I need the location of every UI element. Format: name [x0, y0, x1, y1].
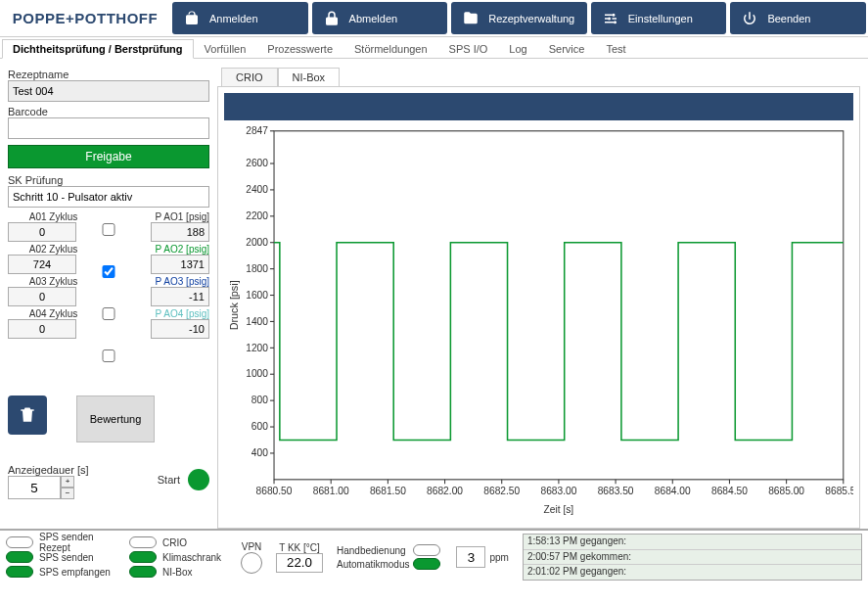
anzeigedauer-label: Anzeigedauer [s]: [8, 464, 89, 476]
svg-text:8681.50: 8681.50: [370, 485, 406, 496]
svg-text:8684.50: 8684.50: [711, 485, 748, 496]
tab-stoermeldungen[interactable]: Störmeldungen: [343, 39, 438, 58]
tab-sps-io[interactable]: SPS I/O: [438, 39, 499, 58]
automatik-led: [413, 558, 440, 570]
logo: POPPE+POTTHOFF: [0, 0, 170, 36]
cycle-label: A04 Zyklus: [8, 308, 99, 319]
recipe-name-input[interactable]: [8, 80, 209, 102]
log-entry: 1:58:13 PM gegangen:: [524, 535, 861, 550]
pao-value-3[interactable]: [151, 287, 209, 306]
anzeigedauer-up[interactable]: +: [61, 476, 74, 488]
status-led: [129, 566, 157, 578]
status-led-label: SPS senden: [39, 552, 127, 563]
main-tabs: Dichtheitsprüfung / Berstprüfung Vorfüll…: [0, 37, 868, 59]
svg-text:Zeit [s]: Zeit [s]: [544, 503, 574, 515]
tkk-label: T KK [°C]: [279, 542, 320, 553]
channel-check-3[interactable]: [99, 307, 118, 320]
freigabe-button[interactable]: Freigabe: [8, 145, 209, 168]
cycle-label: A03 Zyklus: [8, 276, 99, 287]
svg-text:1400: 1400: [246, 314, 268, 326]
ppm-unit: ppm: [489, 552, 508, 563]
svg-text:8685.00: 8685.00: [768, 485, 804, 496]
svg-text:8683.00: 8683.00: [540, 485, 576, 496]
status-led-label: SPS senden Rezept: [39, 532, 127, 553]
barcode-input[interactable]: [8, 117, 209, 139]
status-led-label: Klimaschrank: [162, 552, 231, 563]
handbedienung-label: Handbedienung: [337, 545, 409, 556]
log-entry: 2:00:57 PM gekommen:: [524, 550, 861, 566]
start-button[interactable]: [188, 469, 209, 490]
pressure-chart: 4006008001000120014001600180020002200240…: [224, 120, 853, 522]
svg-text:800: 800: [251, 394, 268, 405]
content-area: CRIO NI-Box 4006008001000120014001600180…: [217, 59, 868, 529]
sk-label: SK Prüfung: [8, 174, 209, 186]
status-led: [6, 566, 33, 578]
chart-title-bar: [224, 93, 853, 120]
subtab-crio[interactable]: CRIO: [221, 68, 278, 86]
exit-button[interactable]: Beenden: [730, 2, 866, 34]
event-log: 1:58:13 PM gegangen: 2:00:57 PM gekommen…: [523, 534, 862, 581]
cycle-value-1[interactable]: [8, 222, 76, 242]
cycle-value-3[interactable]: [8, 287, 76, 306]
pao-label: P AO1 [psig]: [118, 211, 209, 222]
svg-rect-0: [274, 131, 844, 480]
vpn-led: [241, 552, 262, 574]
pao-value-2[interactable]: [151, 255, 209, 274]
login-button[interactable]: Anmelden: [172, 2, 308, 34]
recipe-name-label: Rezeptname: [8, 69, 209, 80]
svg-text:1800: 1800: [246, 262, 268, 274]
sk-step-input[interactable]: [8, 186, 209, 208]
handbedienung-led: [413, 544, 440, 556]
pao-label: P AO4 [psig]: [118, 308, 209, 319]
tab-service[interactable]: Service: [538, 39, 596, 58]
svg-text:8683.50: 8683.50: [598, 485, 634, 496]
tab-test[interactable]: Test: [595, 39, 636, 58]
anzeigedauer-down[interactable]: −: [61, 488, 74, 499]
status-bar: SPS senden Rezept CRIO SPS senden Klimas…: [0, 529, 868, 583]
tab-dichtheit[interactable]: Dichtheitsprüfung / Berstprüfung: [2, 39, 194, 59]
tab-vorfuellen[interactable]: Vorfüllen: [194, 39, 257, 58]
app-header: POPPE+POTTHOFF Anmelden Abmelden Rezeptv…: [0, 0, 868, 37]
cycle-value-2[interactable]: [8, 255, 76, 274]
status-led: [6, 551, 33, 563]
status-led: [129, 536, 157, 548]
logout-button[interactable]: Abmelden: [312, 2, 448, 34]
channel-check-2[interactable]: [99, 265, 118, 278]
svg-text:8685.50: 8685.50: [825, 485, 853, 496]
svg-text:8682.00: 8682.00: [427, 485, 463, 496]
svg-text:8684.00: 8684.00: [655, 485, 691, 496]
svg-text:2600: 2600: [246, 157, 268, 168]
channel-check-1[interactable]: [99, 223, 118, 236]
anzeigedauer-input[interactable]: [8, 476, 61, 499]
cycle-value-4[interactable]: [8, 319, 76, 339]
channel-check-4[interactable]: [99, 349, 118, 362]
svg-text:1200: 1200: [246, 341, 268, 352]
pao-label: P AO3 [psig]: [118, 276, 209, 287]
bewertung-button[interactable]: Bewertung: [76, 396, 155, 442]
svg-text:2400: 2400: [246, 183, 268, 195]
trash-icon: [18, 405, 37, 425]
sidebar: Rezeptname Barcode Freigabe SK Prüfung A…: [0, 59, 217, 529]
cycle-label: A01 Zyklus: [8, 211, 99, 222]
tab-log[interactable]: Log: [498, 39, 537, 58]
ppm-value[interactable]: [456, 546, 485, 568]
pao-value-1[interactable]: [151, 222, 209, 242]
settings-button[interactable]: Einstellungen: [591, 2, 727, 34]
recipe-mgmt-button[interactable]: Rezeptverwaltung: [451, 2, 587, 34]
svg-text:2847: 2847: [246, 124, 268, 136]
delete-button[interactable]: [8, 396, 47, 435]
svg-text:Druck [psi]: Druck [psi]: [229, 280, 241, 330]
svg-text:400: 400: [251, 446, 268, 458]
status-led-label: SPS empfangen: [39, 567, 127, 578]
start-label: Start: [158, 474, 180, 486]
subtab-nibox[interactable]: NI-Box: [278, 68, 341, 86]
automatik-label: Automatikmodus: [337, 559, 409, 570]
tab-prozesswerte[interactable]: Prozesswerte: [256, 39, 343, 58]
pao-value-4[interactable]: [151, 319, 209, 339]
log-entry: 2:01:02 PM gegangen:: [524, 565, 861, 580]
unlock-icon: [180, 7, 204, 30]
barcode-label: Barcode: [8, 106, 209, 117]
tkk-value[interactable]: [276, 553, 323, 573]
svg-text:8682.50: 8682.50: [483, 485, 520, 496]
svg-text:1000: 1000: [246, 367, 268, 379]
